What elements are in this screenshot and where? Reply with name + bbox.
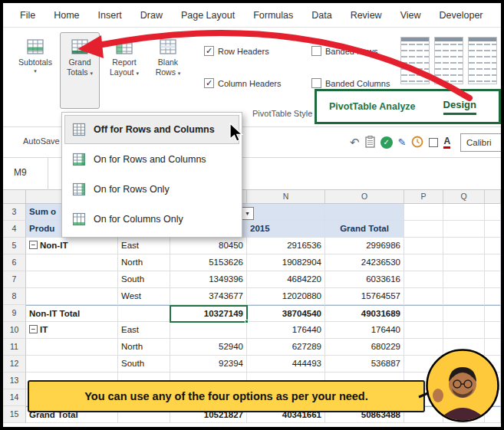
row-header-10[interactable]: 10 — [3, 322, 26, 339]
cell-o-7[interactable]: 6033616 — [325, 271, 404, 288]
cell-x-9[interactable] — [485, 305, 501, 322]
row-header-15[interactable]: 15 — [3, 406, 26, 423]
cell-m-10[interactable] — [170, 322, 247, 339]
sheet-corner[interactable] — [3, 190, 26, 203]
cell-b-10[interactable]: East — [118, 322, 170, 339]
subtotals-button[interactable]: Subtotals ▾ — [12, 32, 58, 109]
cell-o-11[interactable]: 680229 — [325, 339, 404, 356]
cell-q-5[interactable] — [443, 238, 485, 254]
ribbon-tab-draw[interactable]: Draw — [131, 10, 172, 21]
blank-rows-button[interactable]: Blank Rows ▾ — [149, 32, 187, 109]
pen-icon[interactable]: ✎ — [398, 136, 407, 149]
cell-x-6[interactable] — [485, 254, 501, 271]
undo-icon[interactable]: ↶ — [350, 136, 360, 149]
cell-b-12[interactable]: South — [118, 356, 170, 373]
font-name-select[interactable]: Calibri — [460, 133, 504, 152]
cell-p-5[interactable] — [404, 238, 443, 254]
check-icon[interactable]: ✓ — [380, 136, 393, 149]
row-header-14[interactable]: 14 — [3, 389, 26, 406]
name-box[interactable]: M9 — [14, 167, 27, 178]
column-header-O[interactable]: O — [325, 190, 404, 203]
cell-q-4[interactable] — [443, 221, 485, 238]
cell-m-6[interactable]: 5153626 — [170, 254, 247, 271]
cell-m-8[interactable]: 3743677 — [170, 288, 247, 305]
pivot-style-thumbnail[interactable] — [468, 37, 497, 84]
row-header-6[interactable]: 6 — [3, 254, 26, 271]
cell-a-11[interactable] — [26, 339, 118, 356]
cell-n-8[interactable]: 12020880 — [247, 288, 325, 305]
cell-p-3[interactable] — [404, 204, 443, 221]
cell-a-5[interactable]: −Non-IT — [26, 238, 118, 254]
column-header-N[interactable]: N — [247, 190, 325, 203]
column-header-Q[interactable]: Q — [443, 190, 485, 203]
cell-o-8[interactable]: 15764557 — [325, 288, 404, 305]
ribbon-tab-file[interactable]: File — [11, 10, 44, 21]
row-header-13[interactable]: 13 — [3, 373, 26, 389]
row-header-11[interactable]: 11 — [3, 339, 26, 356]
tab-pivottable-analyze[interactable]: PivotTable Analyze — [329, 101, 416, 112]
row-header-7[interactable]: 7 — [3, 271, 26, 288]
cell-b-6[interactable]: North — [118, 254, 170, 271]
menu-item-on-rows-only[interactable]: On for Rows Only — [64, 175, 239, 204]
cell-n-6[interactable]: 19082904 — [247, 254, 325, 271]
autosave-label[interactable]: AutoSave — [23, 136, 60, 146]
cell-p-6[interactable] — [404, 254, 443, 271]
cell-n-4[interactable]: 2015 — [247, 221, 325, 238]
cell-x-8[interactable] — [485, 288, 501, 305]
cell-q-6[interactable] — [443, 254, 485, 271]
menu-item-on-rows-columns[interactable]: On for Rows and Columns — [64, 145, 239, 174]
cell-b-7[interactable]: South — [118, 271, 170, 288]
ribbon-tab-view[interactable]: View — [391, 10, 430, 21]
cell-q-7[interactable] — [443, 271, 485, 288]
ribbon-tab-data[interactable]: Data — [302, 10, 341, 21]
cell-n-11[interactable]: 627289 — [247, 339, 325, 356]
cell-a-6[interactable] — [26, 254, 118, 271]
column-header-P[interactable]: P — [404, 190, 443, 203]
banded-rows-checkbox[interactable]: Banded Rows — [311, 46, 378, 56]
cell-m-7[interactable]: 1349396 — [170, 271, 247, 288]
row-header-8[interactable]: 8 — [3, 288, 26, 305]
row-header-4[interactable]: 4 — [3, 221, 26, 238]
cell-q-3[interactable] — [443, 204, 485, 221]
cell-o-6[interactable]: 24236530 — [325, 254, 404, 271]
cell-a-12[interactable] — [26, 356, 118, 373]
menu-item-off-rows-columns[interactable]: Off for Rows and Columns — [64, 115, 239, 144]
cell-m-11[interactable]: 52940 — [170, 339, 247, 356]
row-header-3[interactable]: 3 — [3, 204, 26, 221]
cell-n-12[interactable]: 444493 — [247, 356, 325, 373]
cell-n-7[interactable]: 4684220 — [247, 271, 325, 288]
cell-a-9[interactable]: Non-IT Total — [26, 305, 118, 322]
pivot-style-thumbnail[interactable] — [434, 37, 463, 84]
cell-o-4[interactable]: Grand Total — [325, 221, 404, 238]
column-headers-checkbox[interactable]: ✓ Column Headers — [204, 78, 282, 88]
cell-q-10[interactable] — [443, 322, 485, 339]
ribbon-tab-formulas[interactable]: Formulas — [244, 10, 302, 21]
cell-p-4[interactable] — [404, 221, 443, 238]
cell-p-10[interactable] — [404, 322, 443, 339]
tab-design[interactable]: Design — [443, 99, 476, 115]
column-header-x[interactable] — [485, 190, 501, 203]
row-headers-checkbox[interactable]: ✓ Row Headers — [204, 46, 269, 56]
menu-item-on-columns-only[interactable]: On for Columns Only — [64, 205, 239, 234]
cell-p-9[interactable] — [404, 305, 443, 322]
cell-b-5[interactable]: East — [118, 238, 170, 254]
cell-a-8[interactable] — [26, 288, 118, 305]
report-layout-button[interactable]: Report Layout ▾ — [103, 32, 146, 109]
pivot-filter-button[interactable]: ▼ — [241, 207, 254, 220]
borders-icon[interactable] — [429, 138, 438, 147]
cell-o-5[interactable]: 2996986 — [325, 238, 404, 254]
cell-o-12[interactable]: 536887 — [325, 356, 404, 373]
cell-o-9[interactable]: 49031689 — [325, 305, 404, 322]
grand-totals-button[interactable]: Grand Totals ▾ — [60, 32, 100, 109]
clipboard-icon[interactable] — [365, 136, 375, 150]
cell-q-8[interactable] — [443, 288, 485, 305]
row-header-12[interactable]: 12 — [3, 356, 26, 373]
ribbon-tab-page-layout[interactable]: Page Layout — [172, 10, 244, 21]
ribbon-tab-insert[interactable]: Insert — [89, 10, 131, 21]
cell-x-3[interactable] — [485, 204, 501, 221]
cell-b-8[interactable]: West — [118, 288, 170, 305]
clock-icon[interactable] — [411, 136, 423, 150]
cell-b-11[interactable]: North — [118, 339, 170, 356]
ribbon-tab-developer[interactable]: Developer — [430, 10, 492, 21]
row-header-5[interactable]: 5 — [3, 238, 26, 254]
